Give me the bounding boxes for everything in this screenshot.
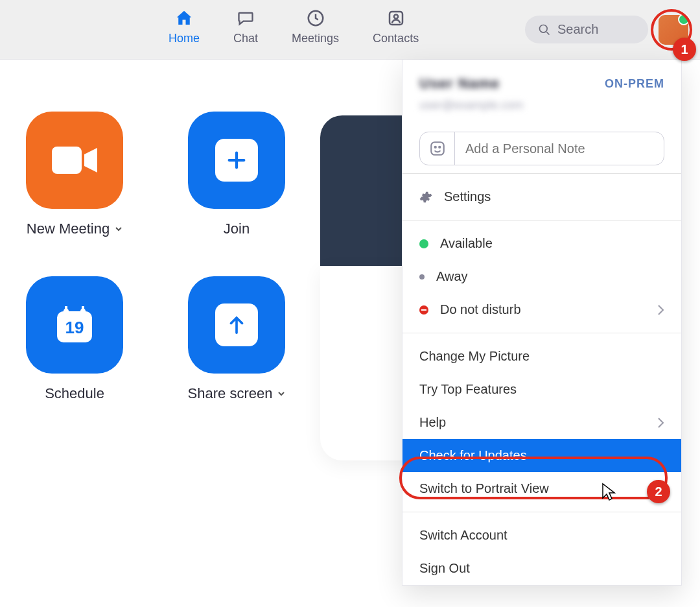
separator [402, 173, 681, 174]
menu-label: Switch Account [419, 528, 508, 543]
share-icon [188, 276, 285, 374]
separator [402, 512, 681, 512]
menu-label: Try Top Features [419, 382, 517, 397]
chat-icon [235, 8, 257, 28]
menu-change-picture[interactable]: Change My Picture [402, 340, 681, 373]
tile-label: Share screen [188, 385, 286, 402]
share-screen-tile[interactable]: Share screen [169, 276, 305, 402]
search-placeholder: Search [557, 22, 598, 37]
status-dot-away [419, 274, 425, 280]
menu-label: Switch to Portrait View [419, 481, 549, 496]
nav-items: Home Chat Meetings Contacts [169, 8, 419, 51]
menu-status-away[interactable]: Away [402, 260, 681, 293]
svg-rect-4 [52, 147, 82, 174]
status-dot-green [419, 239, 428, 248]
menu-settings[interactable]: Settings [402, 180, 681, 213]
top-nav-bar: Home Chat Meetings Contacts Search [0, 0, 700, 60]
menu-switch-account[interactable]: Switch Account [402, 519, 681, 552]
svg-rect-10 [431, 142, 444, 155]
new-meeting-tile[interactable]: New Meeting [6, 112, 143, 237]
account-tag: ON-PREM [605, 77, 664, 91]
user-email: user@example.com [419, 99, 664, 112]
emoji-picker-button[interactable] [420, 132, 455, 165]
nav-chat[interactable]: Chat [233, 8, 258, 51]
nav-contacts[interactable]: Contacts [373, 8, 419, 51]
dropdown-header: User Name ON-PREM user@example.com [402, 71, 681, 121]
contacts-icon [385, 8, 407, 28]
video-icon [26, 112, 123, 209]
svg-point-3 [540, 25, 548, 32]
svg-point-11 [434, 147, 436, 148]
personal-note-field[interactable] [419, 132, 664, 165]
home-icon [173, 8, 195, 28]
profile-dropdown: User Name ON-PREM user@example.com Setti… [402, 60, 682, 586]
menu-label: Help [419, 415, 446, 430]
search-icon [538, 23, 551, 36]
menu-label: Change My Picture [419, 349, 530, 364]
schedule-tile[interactable]: 19 Schedule [6, 276, 143, 402]
menu-label: Check for Updates [419, 448, 527, 463]
svg-rect-7 [65, 306, 67, 313]
gear-icon [419, 191, 432, 204]
menu-label: Away [436, 269, 468, 284]
chevron-down-icon[interactable] [277, 390, 285, 398]
svg-rect-9 [82, 306, 84, 313]
tile-label: Schedule [45, 385, 104, 402]
chevron-right-icon [657, 417, 664, 429]
menu-status-available[interactable]: Available [402, 227, 681, 260]
menu-label: Sign Out [419, 561, 470, 576]
nav-label: Contacts [373, 32, 419, 45]
calendar-day: 19 [65, 318, 84, 337]
menu-try-top[interactable]: Try Top Features [402, 373, 681, 406]
status-dot-dnd [419, 305, 428, 315]
user-name: User Name [419, 75, 500, 92]
nav-right: Search [525, 15, 688, 45]
search-input[interactable]: Search [525, 16, 648, 43]
menu-help[interactable]: Help [402, 406, 681, 439]
tile-label: New Meeting [27, 220, 122, 237]
svg-point-12 [439, 147, 440, 148]
join-icon [188, 112, 285, 209]
menu-status-dnd[interactable]: Do not disturb [402, 293, 681, 326]
nav-home[interactable]: Home [169, 8, 200, 51]
svg-point-2 [393, 14, 397, 18]
tile-label: Join [224, 220, 250, 237]
separator [402, 333, 681, 333]
menu-label: Do not disturb [440, 302, 521, 317]
nav-label: Home [169, 32, 200, 45]
chevron-right-icon [657, 304, 664, 316]
clock-icon [305, 8, 327, 28]
profile-avatar[interactable] [659, 15, 688, 45]
menu-check-updates[interactable]: Check for Updates [402, 439, 681, 472]
menu-sign-out[interactable]: Sign Out [402, 552, 681, 585]
calendar-icon: 19 [26, 276, 123, 374]
action-grid: New Meeting Join 19 [6, 112, 305, 402]
nav-meetings[interactable]: Meetings [292, 8, 339, 51]
nav-label: Meetings [292, 32, 339, 45]
menu-portrait[interactable]: Switch to Portrait View [402, 472, 681, 505]
personal-note-input[interactable] [455, 132, 664, 165]
chevron-down-icon[interactable] [115, 225, 122, 233]
join-tile[interactable]: Join [169, 112, 305, 237]
separator [402, 220, 681, 220]
nav-label: Chat [233, 32, 258, 45]
menu-label: Available [440, 236, 493, 251]
menu-label: Settings [444, 189, 491, 204]
